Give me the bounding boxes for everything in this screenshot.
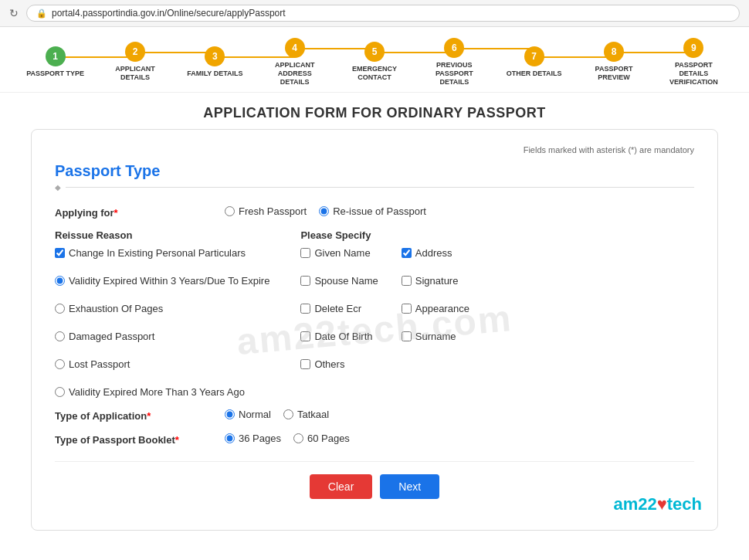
reissue-passport-option[interactable]: Re-issue of Passport: [319, 205, 426, 217]
reissue-option-5[interactable]: Lost Passport: [55, 358, 269, 370]
reissue-reason-block: Reissue Reason Change In Existing Person…: [55, 229, 269, 398]
reissue-option-4[interactable]: Damaged Passport: [55, 331, 269, 342]
please-specify-title: Please Specify: [300, 229, 694, 241]
specify-label-dob: Date Of Birth: [314, 331, 372, 342]
step-6[interactable]: 6 PREVIOUS PASSPORT DETAILS: [415, 38, 494, 86]
brand-right: tech: [667, 494, 702, 514]
booklet-type-label: Type of Passport Booklet*: [55, 433, 209, 446]
specify-option-signature[interactable]: Signature: [402, 275, 469, 287]
specify-checkbox-delete-ecr[interactable]: [300, 304, 310, 314]
tatkaal-option[interactable]: Tatkaal: [283, 409, 329, 420]
step-circle-5: 5: [364, 42, 385, 62]
applying-for-controls: Fresh Passport Re-issue of Passport: [225, 205, 426, 217]
tatkaal-radio[interactable]: [283, 409, 293, 419]
reissue-radio-5[interactable]: [55, 359, 65, 369]
form-card: am22tech.com Fields marked with asterisk…: [31, 129, 718, 531]
reissue-reason-title: Reissue Reason: [55, 229, 269, 241]
specify-label-surname: Surname: [415, 331, 456, 342]
steps-container: 1 PASSPORT TYPE 2 APPLICANT DETAILS 3 FA…: [15, 38, 734, 86]
step-7[interactable]: 7 OTHER DETAILS: [494, 46, 574, 78]
lock-icon: 🔒: [36, 8, 47, 19]
reissue-label-1: Change In Existing Personal Particulars: [69, 247, 246, 259]
step-circle-9: 9: [683, 38, 703, 58]
specify-checkbox-surname[interactable]: [402, 331, 412, 341]
clear-button[interactable]: Clear: [310, 474, 372, 499]
reissue-radio-2[interactable]: [55, 276, 65, 286]
specify-option-delete-ecr[interactable]: Delete Ecr: [300, 303, 378, 314]
reissue-option-6[interactable]: Validity Expired More Than 3 Years Ago: [55, 386, 269, 398]
specify-label-given-name: Given Name: [314, 247, 370, 259]
reissue-label-3: Exhaustion Of Pages: [69, 303, 163, 314]
refresh-icon[interactable]: ↻: [9, 7, 19, 19]
step-4[interactable]: 4 APPLICANT ADDRESS DETAILS: [255, 38, 334, 86]
browser-bar: ↻ 🔒 portal4.passportindia.gov.in/Online/…: [0, 0, 749, 27]
type-application-row: Type of Application* Normal Tatkaal: [55, 409, 694, 422]
reissue-option-1[interactable]: Change In Existing Personal Particulars: [55, 247, 269, 259]
type-application-label: Type of Application*: [55, 409, 209, 422]
step-label-2: APPLICANT DETAILS: [104, 65, 166, 82]
60-pages-label: 60 Pages: [307, 433, 350, 444]
reissue-checkbox-1[interactable]: [55, 248, 65, 258]
branding: am22♥tech: [613, 494, 702, 514]
specify-option-others[interactable]: Others: [300, 358, 378, 370]
reissue-radio-6[interactable]: [55, 387, 65, 397]
reissue-label-6: Validity Expired More Than 3 Years Ago: [69, 386, 245, 398]
specify-option-spouse-name[interactable]: Spouse Name: [300, 275, 378, 287]
step-1[interactable]: 1 PASSPORT TYPE: [15, 46, 95, 78]
step-circle-7: 7: [524, 46, 544, 66]
progress-bar: 1 PASSPORT TYPE 2 APPLICANT DETAILS 3 FA…: [0, 27, 749, 93]
fresh-passport-radio[interactable]: [225, 206, 235, 216]
specify-option-dob[interactable]: Date Of Birth: [300, 331, 378, 342]
60-pages-option[interactable]: 60 Pages: [293, 433, 350, 444]
step-2[interactable]: 2 APPLICANT DETAILS: [95, 42, 175, 82]
reissue-passport-radio[interactable]: [319, 206, 329, 216]
specify-checkbox-dob[interactable]: [300, 331, 310, 341]
section-title: Passport Type: [55, 162, 694, 180]
reissue-option-3[interactable]: Exhaustion Of Pages: [55, 303, 269, 314]
applying-for-row: Applying for* Fresh Passport Re-issue of…: [55, 205, 694, 219]
reissue-radio-4[interactable]: [55, 331, 65, 341]
specify-checkbox-others[interactable]: [300, 359, 310, 369]
step-label-3: FAMILY DETAILS: [187, 70, 242, 78]
tatkaal-label: Tatkaal: [297, 409, 329, 420]
step-9[interactable]: 9 PASSPORT DETAILS VERIFICATION: [654, 38, 734, 86]
specify-label-appearance: Appearance: [415, 303, 469, 314]
booklet-type-row: Type of Passport Booklet* 36 Pages 60 Pa…: [55, 433, 694, 446]
fresh-passport-option[interactable]: Fresh Passport: [225, 205, 307, 217]
step-label-6: PREVIOUS PASSPORT DETAILS: [423, 61, 485, 86]
please-specify-columns: Given Name Spouse Name Delete Ecr D: [300, 247, 694, 370]
60-pages-radio[interactable]: [293, 433, 303, 443]
specify-label-spouse-name: Spouse Name: [314, 275, 378, 287]
normal-radio[interactable]: [225, 409, 235, 419]
specify-option-given-name[interactable]: Given Name: [300, 247, 378, 259]
reissue-label-4: Damaged Passport: [69, 331, 154, 342]
specify-option-appearance[interactable]: Appearance: [402, 303, 469, 314]
reissue-radio-3[interactable]: [55, 304, 65, 314]
specify-label-address: Address: [415, 247, 452, 259]
diamond-icon: ◆: [55, 183, 61, 192]
specify-checkbox-given-name[interactable]: [300, 248, 310, 258]
specify-option-surname[interactable]: Surname: [402, 331, 469, 342]
next-button[interactable]: Next: [380, 474, 439, 499]
specify-checkbox-signature[interactable]: [402, 276, 412, 286]
step-label-5: EMERGENCY CONTACT: [344, 65, 405, 82]
reissue-option-2[interactable]: Validity Expired Within 3 Years/Due To E…: [55, 275, 269, 287]
step-circle-1: 1: [46, 46, 66, 66]
specify-option-address[interactable]: Address: [402, 247, 469, 259]
reissue-label-5: Lost Passport: [69, 358, 130, 370]
step-circle-4: 4: [285, 38, 305, 58]
specify-checkbox-spouse-name[interactable]: [300, 276, 310, 286]
36-pages-option[interactable]: 36 Pages: [225, 433, 281, 444]
step-8[interactable]: 8 PASSPORT PREVIEW: [574, 42, 653, 82]
specify-checkbox-address[interactable]: [402, 248, 412, 258]
normal-option[interactable]: Normal: [225, 409, 271, 420]
specify-label-delete-ecr: Delete Ecr: [314, 303, 361, 314]
36-pages-radio[interactable]: [225, 433, 235, 443]
specify-checkbox-appearance[interactable]: [402, 304, 412, 314]
step-circle-2: 2: [125, 42, 145, 62]
step-3[interactable]: 3 FAMILY DETAILS: [175, 46, 255, 78]
reissue-label-2: Validity Expired Within 3 Years/Due To E…: [69, 275, 269, 287]
fresh-passport-label: Fresh Passport: [239, 205, 307, 217]
step-5[interactable]: 5 EMERGENCY CONTACT: [334, 42, 414, 82]
reissue-passport-label: Re-issue of Passport: [333, 205, 426, 217]
